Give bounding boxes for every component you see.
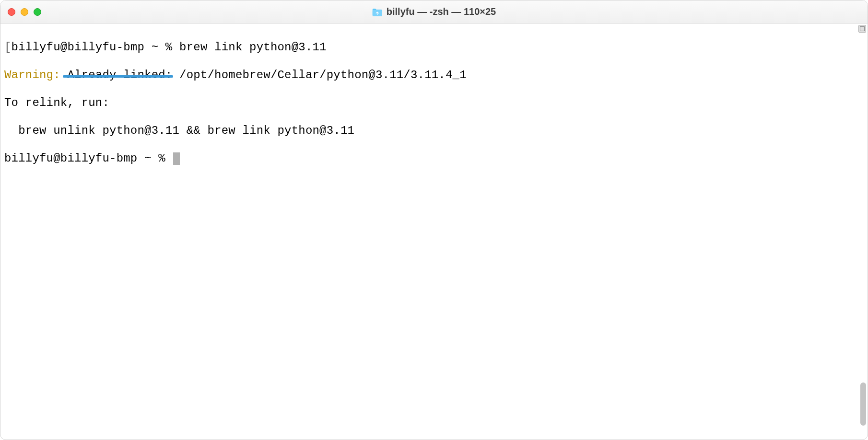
window-title: billyfu — -zsh — 110×25 [372,6,496,17]
entered-command: brew link python@3.11 [179,41,327,54]
shell-prompt: billyfu@billyfu-bmp ~ % [4,152,172,165]
highlight-annotation [63,75,173,78]
minimize-button[interactable] [21,8,28,16]
window-title-text: billyfu — -zsh — 110×25 [387,6,496,17]
traffic-lights [0,8,41,16]
terminal-line: billyfu@billyfu-bmp ~ % [4,151,864,165]
prompt-bracket: [ [4,41,12,54]
pane-toggle-icon[interactable] [858,25,866,33]
window-titlebar: billyfu — -zsh — 110×25 [0,0,868,23]
terminal-line: [billyfu@billyfu-bmp ~ % brew link pytho… [4,40,864,54]
home-folder-icon [372,8,383,16]
close-button[interactable] [8,8,15,16]
terminal-line: brew unlink python@3.11 && brew link pyt… [4,124,864,138]
zoom-button[interactable] [34,8,41,16]
shell-prompt: billyfu@billyfu-bmp ~ % [12,41,179,54]
terminal-content[interactable]: [billyfu@billyfu-bmp ~ % brew link pytho… [0,23,868,440]
vertical-scrollbar-thumb[interactable] [860,382,866,426]
warning-label: Warning: [4,69,60,81]
terminal-line: To relink, run: [4,96,864,110]
terminal-cursor [173,152,180,165]
